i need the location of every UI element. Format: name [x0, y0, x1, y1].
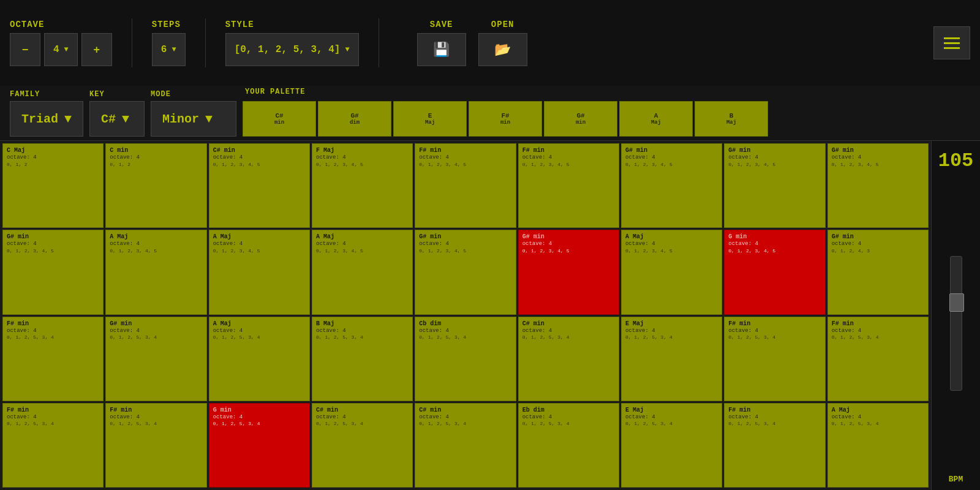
mode-content: Minor ▼: [151, 101, 236, 137]
divider-1: [132, 18, 132, 67]
octave-minus-button[interactable]: −: [10, 33, 40, 66]
grid-cell-3-2[interactable]: G min octave: 4 0, 1, 2, 5, 3, 4: [209, 403, 310, 488]
grid-cell-2-8[interactable]: F# min octave: 4 0, 1, 2, 5, 3, 4: [827, 317, 929, 401]
key-label: KEY: [89, 90, 145, 99]
family-arrow-icon: ▼: [64, 112, 72, 126]
grid-cell-0-5[interactable]: F# min octave: 4 0, 1, 2, 3, 4, 5: [518, 143, 619, 228]
grid-row-0: C Maj octave: 4 0, 1, 2 C min octave: 4 …: [2, 143, 929, 228]
grid-cell-3-6[interactable]: E Maj octave: 4 0, 1, 2, 5, 3, 4: [621, 403, 722, 488]
octave-dropdown[interactable]: 4 ▼: [44, 33, 78, 66]
palette-row: C#minG#dimEMajF#minG#minAMajBMaj: [243, 101, 964, 137]
octave-value: 4: [53, 44, 59, 55]
palette-cell-1[interactable]: G#dim: [318, 101, 391, 137]
steps-section: STEPS 6 ▼: [152, 20, 186, 66]
grid-cell-3-7[interactable]: F# min octave: 4 0, 1, 2, 5, 3, 4: [724, 403, 825, 488]
grid-cell-2-6[interactable]: E Maj octave: 4 0, 1, 2, 5, 3, 4: [621, 317, 722, 401]
grid-cell-2-4[interactable]: Cb dim octave: 4 0, 1, 2, 5, 3, 4: [415, 317, 516, 401]
bpm-label: BPM: [949, 475, 963, 484]
grid-cell-1-4[interactable]: G# min octave: 4 0, 1, 2, 3, 4, 5: [415, 230, 516, 314]
hamburger-line-1: [944, 37, 960, 39]
grid-cell-0-8[interactable]: G# min octave: 4 0, 1, 2, 3, 4, 5: [827, 143, 929, 228]
grid-row-3: F# min octave: 4 0, 1, 2, 5, 3, 4 F# min…: [2, 403, 929, 488]
steps-arrow-icon: ▼: [172, 45, 176, 54]
save-open-section: SAVE 💾 OPEN 📂: [417, 20, 527, 66]
grid-cell-3-4[interactable]: C# min octave: 4 0, 1, 2, 5, 3, 4: [415, 403, 516, 488]
mode-group: MODE Minor ▼: [151, 90, 236, 137]
grid-cell-2-0[interactable]: F# min octave: 4 0, 1, 2, 5, 3, 4: [2, 317, 104, 401]
steps-dropdown[interactable]: 6 ▼: [152, 33, 186, 66]
octave-plus-button[interactable]: +: [81, 33, 112, 66]
family-dropdown[interactable]: Triad ▼: [10, 101, 83, 137]
palette-label: YOUR PALETTE: [243, 88, 964, 96]
grid-cell-2-2[interactable]: A Maj octave: 4 0, 1, 2, 5, 3, 4: [209, 317, 310, 401]
grid-cell-1-7[interactable]: G min octave: 4 0, 1, 2, 3, 4, 5: [724, 230, 825, 314]
grid-row-1: G# min octave: 4 0, 1, 2, 3, 4, 5 A Maj …: [2, 230, 929, 314]
hamburger-menu-button[interactable]: [933, 26, 970, 59]
controls-row: FAMILY Triad ▼ KEY C# ▼ MODE Minor ▼ Y: [0, 86, 980, 141]
octave-arrow-icon: ▼: [64, 45, 69, 54]
key-dropdown[interactable]: C# ▼: [89, 101, 145, 137]
steps-controls: 6 ▼: [152, 33, 186, 66]
grid-cell-3-8[interactable]: A Maj octave: 4 0, 1, 2, 5, 3, 4: [827, 403, 929, 488]
style-value: [0, 1, 2, 5, 3, 4]: [235, 44, 341, 55]
mode-value: Minor: [162, 112, 199, 126]
save-label: SAVE: [430, 20, 453, 29]
bpm-slider-thumb[interactable]: [949, 293, 964, 312]
palette-cell-4[interactable]: G#min: [544, 101, 617, 137]
grid-cell-2-7[interactable]: F# min octave: 4 0, 1, 2, 5, 3, 4: [724, 317, 825, 401]
grid-cell-0-1[interactable]: C min octave: 4 0, 1, 2: [105, 143, 206, 228]
grid-cell-0-2[interactable]: C# min octave: 4 0, 1, 2, 3, 4, 5: [209, 143, 310, 228]
hamburger-line-2: [944, 42, 960, 44]
bpm-slider-track[interactable]: [950, 256, 962, 391]
palette-cell-3[interactable]: F#min: [469, 101, 542, 137]
grid-cell-0-7[interactable]: G# min octave: 4 0, 1, 2, 3, 4, 5: [724, 143, 825, 228]
grid-cell-2-3[interactable]: B Maj octave: 4 0, 1, 2, 5, 3, 4: [312, 317, 413, 401]
grid-cell-3-3[interactable]: C# min octave: 4 0, 1, 2, 5, 3, 4: [312, 403, 413, 488]
grid-cell-1-5[interactable]: G# min octave: 4 0, 1, 2, 3, 4, 5: [518, 230, 619, 314]
save-button[interactable]: 💾: [417, 33, 466, 66]
family-label: FAMILY: [10, 90, 83, 99]
grid-cell-3-5[interactable]: Eb dim octave: 4 0, 1, 2, 5, 3, 4: [518, 403, 619, 488]
grid-cell-2-5[interactable]: C# min octave: 4 0, 1, 2, 5, 3, 4: [518, 317, 619, 401]
style-dropdown[interactable]: [0, 1, 2, 5, 3, 4] ▼: [225, 33, 359, 66]
grid-cell-1-0[interactable]: G# min octave: 4 0, 1, 2, 3, 4, 5: [2, 230, 104, 314]
bpm-display: 105: [938, 149, 974, 172]
header: OCTAVE − 4 ▼ + STEPS 6 ▼ STYLE [0, 1, 2,…: [0, 0, 980, 86]
grid-cell-3-1[interactable]: F# min octave: 4 0, 1, 2, 5, 3, 4: [105, 403, 206, 488]
palette-cell-2[interactable]: EMaj: [393, 101, 467, 137]
grid-row-2: F# min octave: 4 0, 1, 2, 5, 3, 4 G# min…: [2, 317, 929, 401]
family-value: Triad: [21, 112, 58, 126]
key-arrow-icon: ▼: [122, 112, 129, 126]
palette-cell-5[interactable]: AMaj: [619, 101, 693, 137]
style-section: STYLE [0, 1, 2, 5, 3, 4] ▼: [225, 20, 359, 66]
grid-cell-0-0[interactable]: C Maj octave: 4 0, 1, 2: [2, 143, 104, 228]
steps-label: STEPS: [152, 20, 186, 29]
grid-cell-1-6[interactable]: A Maj octave: 4 0, 1, 2, 3, 4, 5: [621, 230, 722, 314]
grid-cell-1-1[interactable]: A Maj octave: 4 0, 1, 2, 3, 4, 5: [105, 230, 206, 314]
grid-cell-1-8[interactable]: G# min octave: 4 0, 1, 2, 4, 3: [827, 230, 929, 314]
grid-cell-2-1[interactable]: G# min octave: 4 0, 1, 2, 5, 3, 4: [105, 317, 206, 401]
key-value: C#: [101, 112, 116, 126]
save-section: SAVE 💾: [417, 20, 466, 66]
palette-cell-0[interactable]: C#min: [243, 101, 316, 137]
hamburger-line-3: [944, 47, 960, 49]
grid-cell-0-4[interactable]: F# min octave: 4 0, 1, 2, 3, 4, 5: [415, 143, 516, 228]
main-area: C Maj octave: 4 0, 1, 2 C min octave: 4 …: [0, 141, 980, 490]
palette-cell-6[interactable]: BMaj: [695, 101, 768, 137]
grid-cell-1-3[interactable]: A Maj octave: 4 0, 1, 2, 3, 4, 5: [312, 230, 413, 314]
style-arrow-icon: ▼: [345, 45, 349, 54]
key-group: KEY C# ▼: [89, 90, 145, 137]
octave-section: OCTAVE − 4 ▼ +: [10, 20, 112, 66]
open-button[interactable]: 📂: [478, 33, 527, 66]
mode-dropdown[interactable]: Minor ▼: [151, 101, 236, 137]
mode-label: MODE: [151, 90, 236, 99]
grid-cell-3-0[interactable]: F# min octave: 4 0, 1, 2, 5, 3, 4: [2, 403, 104, 488]
divider-3: [379, 18, 379, 67]
grid-cell-1-2[interactable]: A Maj octave: 4 0, 1, 2, 3, 4, 5: [209, 230, 310, 314]
open-section: OPEN 📂: [478, 20, 527, 66]
right-sidebar: 105 BPM: [931, 141, 980, 490]
grid-cell-0-6[interactable]: G# min octave: 4 0, 1, 2, 3, 4, 5: [621, 143, 722, 228]
slider-container: [950, 177, 962, 470]
octave-controls: − 4 ▼ +: [10, 33, 112, 66]
grid-cell-0-3[interactable]: F Maj octave: 4 0, 1, 2, 3, 4, 5: [312, 143, 413, 228]
